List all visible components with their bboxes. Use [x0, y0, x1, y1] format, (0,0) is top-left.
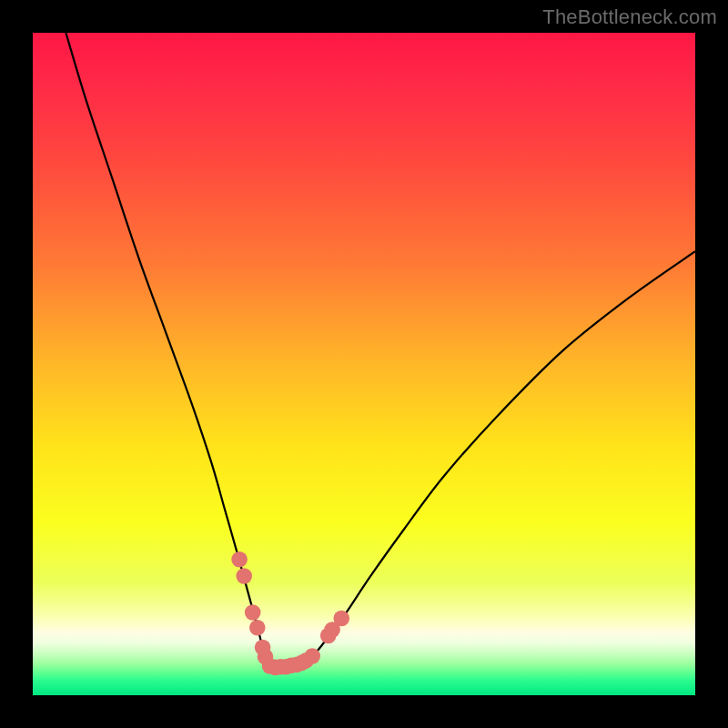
chart-container: TheBottleneck.com [0, 0, 728, 728]
curve-marker [304, 648, 320, 664]
gradient-background [33, 33, 695, 695]
curve-marker [333, 611, 349, 627]
chart-svg [33, 33, 695, 695]
watermark-text: TheBottleneck.com [542, 5, 717, 29]
curve-marker [231, 551, 248, 568]
curve-marker [245, 604, 261, 621]
curve-marker [249, 620, 266, 636]
plot-area [33, 33, 695, 695]
curve-marker [236, 568, 252, 584]
